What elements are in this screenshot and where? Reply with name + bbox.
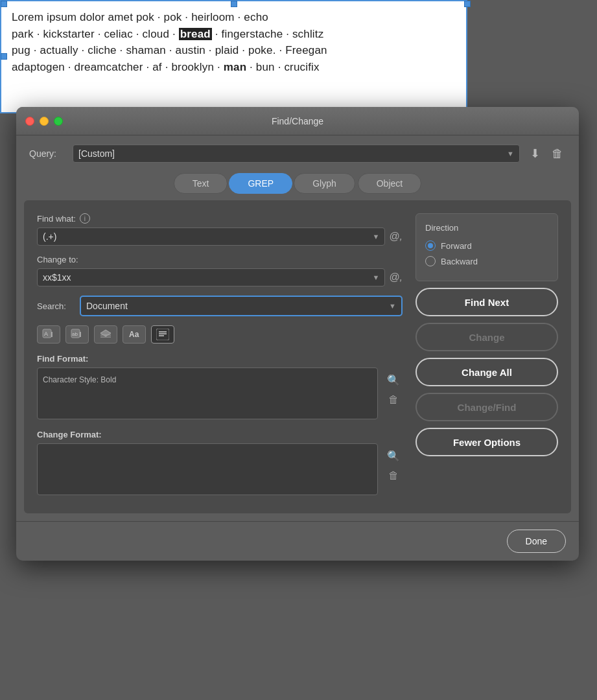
match-case-icon[interactable]: Aa [123, 325, 146, 344]
find-format-actions: 🔍 🗑 [384, 368, 403, 407]
change-to-label: Change to: [37, 255, 403, 264]
query-dropdown-arrow: ▼ [507, 150, 514, 158]
find-format-box[interactable]: Character Style: Bold [37, 368, 378, 419]
find-format-character-style: Character Style: Bold [43, 375, 116, 384]
case-sensitive-icon[interactable]: A [37, 325, 60, 344]
resize-handle-left-mid[interactable] [1, 53, 7, 60]
done-button[interactable]: Done [507, 530, 566, 553]
find-format-row: Character Style: Bold 🔍 🗑 [37, 368, 403, 425]
radio-backward[interactable]: Backward [425, 256, 548, 266]
svg-rect-8 [156, 329, 169, 340]
bold-word: man [224, 61, 246, 73]
search-label: Search: [37, 301, 73, 311]
change-to-row: xx$1xx ▼ @, [37, 268, 403, 286]
paragraph-icon[interactable] [151, 325, 174, 344]
change-format-box[interactable] [37, 443, 378, 495]
svg-text:A: A [44, 331, 48, 337]
icon-toolbar: A ab [37, 325, 403, 344]
search-dropdown[interactable]: Document ▼ [80, 296, 403, 316]
direction-box: Direction Forward Backward [416, 213, 558, 281]
find-what-row: (.+) ▼ @, [37, 228, 403, 246]
fewer-options-button[interactable]: Fewer Options [416, 428, 558, 456]
find-what-value: (.+) [43, 231, 56, 242]
tab-object[interactable]: Object [358, 173, 421, 194]
svg-text:Aa: Aa [129, 330, 139, 339]
find-format-edit-button[interactable]: 🔍 [384, 373, 403, 388]
maximize-button[interactable] [54, 117, 63, 126]
change-to-at-button[interactable]: @, [389, 272, 403, 283]
tab-text[interactable]: Text [174, 173, 228, 194]
query-value: [Custom] [78, 148, 115, 159]
two-col-layout: Find what: i (.+) ▼ @, Change to: xx$ [37, 213, 558, 500]
change-to-value: xx$1xx [43, 272, 71, 283]
query-label: Query: [29, 148, 65, 159]
find-what-input[interactable]: (.+) ▼ [37, 228, 385, 246]
find-what-label: Find what: i [37, 213, 403, 224]
minimize-button[interactable] [40, 117, 49, 126]
info-icon[interactable]: i [80, 213, 90, 224]
find-format-clear-button[interactable]: 🗑 [384, 393, 403, 407]
layers-icon[interactable] [94, 325, 117, 344]
search-value: Document [86, 301, 128, 311]
find-change-dialog: Find/Change Query: [Custom] ▼ ⬇ 🗑 Text G… [16, 107, 579, 561]
find-what-at-button[interactable]: @, [389, 231, 403, 242]
tab-glyph[interactable]: Glyph [294, 173, 355, 194]
resize-handle-top-left[interactable] [1, 1, 7, 7]
bottom-bar: Done [16, 521, 579, 561]
change-to-arrow: ▼ [372, 274, 379, 281]
traffic-lights [25, 117, 63, 126]
title-bar: Find/Change [16, 107, 579, 135]
change-all-button[interactable]: Change All [416, 358, 558, 386]
search-dropdown-arrow: ▼ [389, 302, 396, 310]
radio-forward[interactable]: Forward [425, 240, 548, 251]
delete-query-button[interactable]: 🗑 [549, 146, 566, 162]
resize-handle-top-right[interactable] [464, 1, 471, 7]
close-button[interactable] [25, 117, 34, 126]
right-column: Direction Forward Backward Find Next [416, 213, 558, 500]
dialog-title: Find/Change [272, 116, 323, 126]
radio-backward-label: Backward [441, 257, 478, 266]
direction-title: Direction [425, 223, 548, 233]
tab-grep[interactable]: GREP [229, 173, 292, 194]
change-format-row: 🔍 🗑 [37, 443, 403, 500]
change-format-edit-button[interactable]: 🔍 [384, 449, 403, 463]
change-to-input[interactable]: xx$1xx ▼ [37, 268, 385, 286]
search-row: Search: Document ▼ [37, 296, 403, 316]
change-find-button: Change/Find [416, 393, 558, 421]
change-format-actions: 🔍 🗑 [384, 443, 403, 483]
tabs-row: Text GREP Glyph Object [16, 169, 579, 200]
document-area: Lorem ipsum dolor amet pok · pok · heirl… [0, 0, 467, 113]
main-content: Find what: i (.+) ▼ @, Change to: xx$ [24, 200, 571, 513]
find-format-section: Find Format: Character Style: Bold 🔍 🗑 [37, 354, 403, 425]
query-icons: ⬇ 🗑 [528, 145, 566, 162]
whole-word-icon[interactable]: ab [65, 325, 89, 344]
change-button: Change [416, 323, 558, 351]
resize-handle-top-mid[interactable] [231, 1, 237, 7]
left-column: Find what: i (.+) ▼ @, Change to: xx$ [37, 213, 403, 500]
save-query-button[interactable]: ⬇ [528, 145, 543, 162]
svg-text:ab: ab [72, 331, 78, 337]
change-format-label: Change Format: [37, 430, 403, 439]
find-what-arrow: ▼ [372, 233, 379, 240]
radio-forward-circle[interactable] [425, 240, 436, 251]
query-row: Query: [Custom] ▼ ⬇ 🗑 [16, 135, 579, 169]
change-format-clear-button[interactable]: 🗑 [384, 469, 403, 483]
find-format-label: Find Format: [37, 354, 403, 364]
change-format-section: Change Format: 🔍 🗑 [37, 430, 403, 500]
highlighted-word: bread [179, 28, 212, 40]
radio-backward-circle[interactable] [425, 256, 436, 266]
radio-forward-label: Forward [441, 241, 472, 251]
find-next-button[interactable]: Find Next [416, 288, 558, 316]
query-dropdown[interactable]: [Custom] ▼ [73, 145, 520, 163]
